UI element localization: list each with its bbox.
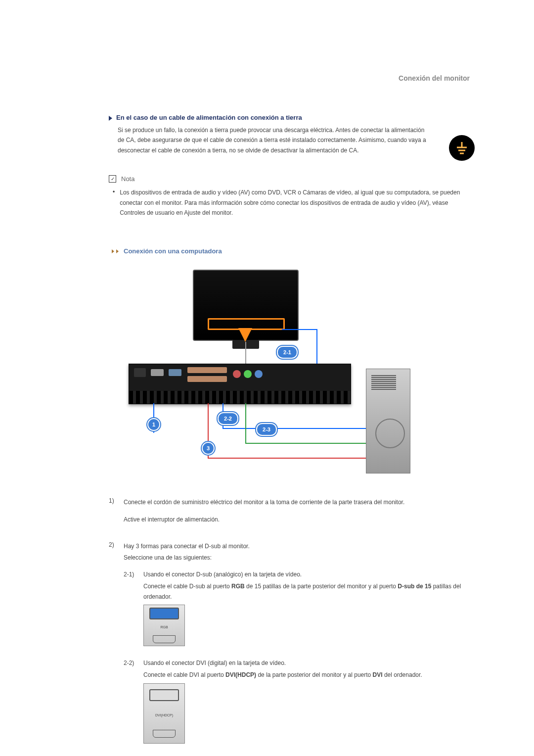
port-icon xyxy=(169,369,181,376)
diagram-marker-2-1: 2-1 xyxy=(277,346,298,359)
port-row-icon xyxy=(187,376,227,382)
wire-icon xyxy=(245,443,366,444)
port-label: DVI(HDCP) xyxy=(155,712,173,718)
substep-2-1-line-2: Conecte el cable D-sub al puerto RGB de … xyxy=(143,581,470,602)
monitor-back-panel-icon xyxy=(129,364,351,404)
ground-block: Si se produce un fallo, la conexión a ti… xyxy=(118,125,470,155)
dvi-connector-icon xyxy=(149,689,179,701)
pc-fan-icon xyxy=(375,419,405,448)
step-1-line-1: Conecte el cordón de suministro eléctric… xyxy=(124,497,470,507)
connection-diagram: 2-1 1 2-2 2-3 3 xyxy=(124,265,410,477)
port-icon xyxy=(151,369,164,376)
diagram-connector-icon xyxy=(245,342,246,364)
step-1-line-2: Active el interruptor de alimentación. xyxy=(124,515,470,524)
step-number: 2) xyxy=(109,541,124,756)
page-title: Conexión del monitor xyxy=(399,74,470,82)
port-label: RGB xyxy=(160,624,168,630)
arrow-right-icon xyxy=(116,249,119,253)
arrow-right-icon xyxy=(112,249,114,253)
ground-heading: En el caso de un cable de alimentación c… xyxy=(116,114,302,121)
panel-connectors-icon xyxy=(129,391,351,404)
nota-body-row: • Los dispositivos de entrada de audio y… xyxy=(113,188,470,218)
diagram-marker-1: 1 xyxy=(147,418,160,431)
step-number: 1) xyxy=(109,497,124,531)
substep-2-1-line-1: Usando el conector D-sub (analógico) en … xyxy=(143,569,470,579)
nota-row: ✓ Nota xyxy=(109,175,470,183)
pc-vents-icon xyxy=(371,375,396,390)
computer-heading: Conexión con una computadora xyxy=(124,247,222,255)
wire-icon xyxy=(208,458,366,459)
step-body: Conecte el cordón de suministro eléctric… xyxy=(124,497,470,531)
wire-icon xyxy=(222,428,366,429)
diagram-marker-3: 3 xyxy=(202,442,215,455)
nota-body: Los dispositivos de entrada de audio y v… xyxy=(120,188,470,218)
substep-2-2-line-1: Usando el conector DVI (digital) en la t… xyxy=(143,658,470,668)
port-row-icon xyxy=(187,367,227,373)
expand-arrow-icon xyxy=(238,328,252,342)
substep-2-2-line-2: Conecte el cable DVI al puerto DVI(HDCP)… xyxy=(143,670,470,680)
trapezoid-icon xyxy=(153,635,176,643)
step-2-intro-2: Seleccione una de las siguientes: xyxy=(124,553,470,563)
port-icon xyxy=(134,368,146,377)
pc-tower-icon xyxy=(366,369,410,473)
computer-heading-row: Conexión con una computadora xyxy=(112,247,470,255)
substep-body: Usando el conector D-sub (analógico) en … xyxy=(143,569,470,646)
rgb-port-image: RGB xyxy=(143,605,185,646)
substep-2-2: 2-2) Usando el conector DVI (digital) en… xyxy=(124,658,470,744)
wire-icon xyxy=(282,329,316,330)
port-icon xyxy=(255,370,263,378)
ground-heading-row: En el caso de un cable de alimentación c… xyxy=(109,114,470,121)
check-box-icon: ✓ xyxy=(109,175,116,183)
step-2: 2) Hay 3 formas para conectar el D-sub a… xyxy=(109,541,470,756)
substep-number: 2-1) xyxy=(124,569,143,646)
ground-symbol-icon xyxy=(449,135,475,161)
port-icon xyxy=(233,370,241,378)
vga-connector-icon xyxy=(149,608,179,619)
wire-icon xyxy=(245,403,246,443)
substep-body: Usando el conector DVI (digital) en la t… xyxy=(143,658,470,744)
wire-icon xyxy=(316,329,317,364)
bullet-icon: • xyxy=(113,189,115,218)
diagram-marker-2-2: 2-2 xyxy=(218,412,238,425)
arrow-right-icon xyxy=(109,116,112,121)
substep-2-1: 2-1) Usando el conector D-sub (analógico… xyxy=(124,569,470,646)
nota-label: Nota xyxy=(121,175,134,183)
ground-body: Si se produce un fallo, la conexión a ti… xyxy=(118,125,430,155)
document-page: Conexión del monitor En el caso de un ca… xyxy=(0,0,534,756)
trapezoid-icon xyxy=(153,730,176,738)
step-body: Hay 3 formas para conectar el D-sub al m… xyxy=(124,541,470,756)
diagram-marker-2-3: 2-3 xyxy=(256,423,277,436)
dvi-port-image: DVI(HDCP) xyxy=(143,683,185,744)
step-1: 1) Conecte el cordón de suministro eléct… xyxy=(109,497,470,531)
step-2-intro-1: Hay 3 formas para conectar el D-sub al m… xyxy=(124,541,470,551)
port-icon xyxy=(244,370,252,378)
ground-section: En el caso de un cable de alimentación c… xyxy=(64,114,470,218)
substep-number: 2-2) xyxy=(124,658,143,744)
